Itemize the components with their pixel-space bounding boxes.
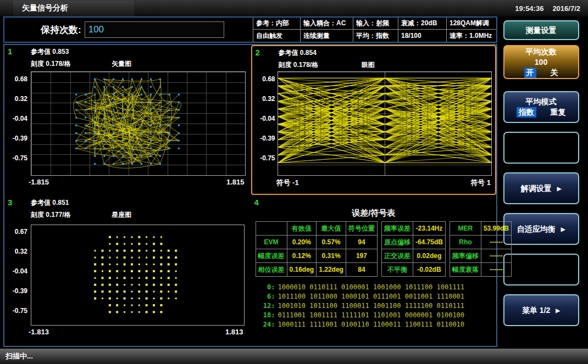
y-tick: -0.04 — [253, 115, 275, 122]
symbol-bit-list: 0:1000010 0110111 0100001 1001000 101110… — [259, 283, 493, 329]
time-display: 19:54:36 — [515, 4, 543, 13]
submenu-arrow-icon: ▶ — [561, 224, 565, 234]
y-tick: 0.67 — [5, 228, 27, 236]
status-bar: 扫描中... — [0, 348, 588, 364]
average-count-button[interactable]: 平均次数 100 开 关 — [503, 45, 579, 79]
y-tick: 0.32 — [5, 95, 27, 103]
x-tick-max: 1.813 — [225, 328, 243, 336]
reference-value: 参考值 0.853 — [31, 47, 246, 57]
symbol-row: 18:0111001 1001111 1111101 1101001 00000… — [259, 311, 493, 320]
panel-constellation[interactable]: 3 参考值 0.851 刻度 0.177/格 星座图 0.67 0.32 -0.… — [4, 196, 250, 346]
symbol-row: 6:1011100 1011000 1000101 0111001 001100… — [259, 292, 493, 301]
y-tick: -0.04 — [5, 115, 27, 122]
page-title: 矢量信号分析 — [13, 1, 134, 16]
y-tick: -0.75 — [5, 307, 27, 315]
y-tick: -0.04 — [5, 267, 27, 275]
vector-plot — [31, 71, 246, 176]
error-table-title: 误差/符号表 — [251, 208, 497, 219]
status-trigger: 自由触发 — [253, 30, 301, 42]
y-tick: 0.32 — [253, 95, 275, 103]
error-table: 有效值 最大值 符号位置 EVM0.20%0.57%94 幅度误差0.12%0.… — [256, 221, 493, 277]
constellation-plot — [31, 225, 245, 326]
panel-vector-diagram[interactable]: 1 参考值 0.853 刻度 0.178/格 矢量图 0.68 0.32 -0.… — [4, 45, 250, 195]
panel-number: 1 — [8, 47, 12, 56]
status-attenuation: 衰减：20dB — [398, 18, 447, 30]
x-label-symbol-min: 符号 -1 — [276, 178, 299, 188]
status-symbol-rate: 速率：1.0MHz — [447, 30, 496, 42]
panel-number: 4 — [254, 198, 259, 207]
panel-error-table[interactable]: 4 误差/符号表 有效值 最大值 符号位置 EVM0.20%0.57%94 幅度… — [251, 196, 497, 346]
clock: 19:54:36 2016/7/2 — [515, 4, 583, 13]
reference-value: 参考值 0.854 — [279, 48, 491, 58]
hold-count-label: 保持次数: — [41, 24, 81, 36]
panel-number: 3 — [8, 198, 12, 207]
x-tick-max: 1.815 — [226, 178, 245, 186]
panel-title: 矢量图 — [31, 59, 213, 69]
top-strip: 保持次数: 参考：内部 输入耦合：AC 输入：射频 衰减：20dB 128QAM… — [3, 16, 497, 43]
status-input: 输入：射频 — [353, 18, 398, 30]
avg-mode-repeat-toggle[interactable]: 重复 — [551, 107, 566, 117]
symbol-row: 0:1000010 0110111 0100001 1001000 101110… — [259, 283, 493, 292]
scan-status-text: 扫描中... — [5, 351, 33, 361]
measure-settings-button[interactable]: 测量设置 — [503, 20, 579, 40]
x-tick-min: -1.815 — [29, 178, 49, 186]
menu-page-button[interactable]: 菜单 1/2 ▶ — [503, 294, 579, 326]
demod-settings-button[interactable]: 解调设置 ▶ — [503, 172, 579, 204]
panel-title: 星座图 — [31, 210, 213, 220]
x-label-symbol-max: 符号 1 — [470, 178, 491, 188]
hold-count-input[interactable] — [85, 21, 224, 38]
status-average-count: 18/100 — [398, 30, 447, 42]
softkey-sidebar: 测量设置 平均次数 100 开 关 平均模式 指数 重复 解调设置 ▶ 自适应均… — [497, 16, 585, 347]
y-tick: -0.39 — [5, 135, 27, 142]
symbol-row: 24:1000111 1111001 0100110 1100011 11001… — [259, 320, 493, 329]
status-measure-mode: 连续测量 — [301, 30, 353, 42]
status-reference: 参考：内部 — [253, 18, 301, 30]
eye-plot — [278, 71, 492, 176]
submenu-arrow-icon: ▶ — [556, 305, 560, 316]
average-mode-button[interactable]: 平均模式 指数 重复 — [503, 91, 579, 123]
error-table-main: 有效值 最大值 符号位置 EVM0.20%0.57%94 幅度误差0.12%0.… — [256, 221, 378, 277]
error-table-right: MER53.99dB Rho------ 频率偏移------ 幅度衰落----… — [450, 221, 512, 277]
panel-number: 2 — [256, 48, 260, 57]
date-display: 2016/7/2 — [552, 4, 580, 13]
title-bar: 矢量信号分析 19:54:36 2016/7/2 — [0, 0, 588, 16]
softkey-blank-1[interactable] — [503, 132, 579, 164]
status-coupling: 输入耦合：AC — [301, 18, 353, 30]
avg-on-toggle[interactable]: 开 — [524, 68, 536, 78]
symbol-row: 12:1001010 1011100 1100011 1001100 11111… — [259, 301, 493, 311]
avg-off-toggle[interactable]: 关 — [551, 68, 558, 78]
y-tick: 0.68 — [5, 75, 27, 83]
y-tick: -0.39 — [5, 287, 27, 295]
panel-title: 眼图 — [279, 60, 458, 70]
error-table-mid: 频率误差-23.14Hz 原点偏移-64.75dB 正交误差0.02deg 不平… — [381, 221, 446, 277]
x-tick-min: -1.813 — [29, 328, 49, 336]
y-tick: -0.75 — [253, 154, 275, 162]
softkey-blank-2[interactable] — [503, 254, 579, 285]
y-tick: 0.68 — [253, 75, 275, 83]
panel-eye-diagram[interactable]: 2 参考值 0.854 刻度 0.178/格 眼图 0.68 0.32 -0.0… — [251, 45, 497, 195]
y-tick: 0.32 — [5, 248, 27, 255]
y-tick: -0.75 — [5, 154, 27, 162]
submenu-arrow-icon: ▶ — [557, 183, 562, 194]
status-modulation: 128QAM解调 — [447, 18, 496, 30]
avg-mode-exp-toggle[interactable]: 指数 — [517, 107, 536, 117]
adaptive-equalizer-button[interactable]: 自适应均衡 ▶ — [503, 213, 579, 245]
main-grid: 1 参考值 0.853 刻度 0.178/格 矢量图 0.68 0.32 -0.… — [3, 44, 497, 347]
reference-value: 参考值 0.851 — [31, 198, 246, 208]
status-table: 参考：内部 输入耦合：AC 输入：射频 衰减：20dB 128QAM解调 自由触… — [253, 18, 496, 42]
y-tick: -0.39 — [253, 135, 275, 142]
status-average: 平均：指数 — [353, 30, 398, 42]
